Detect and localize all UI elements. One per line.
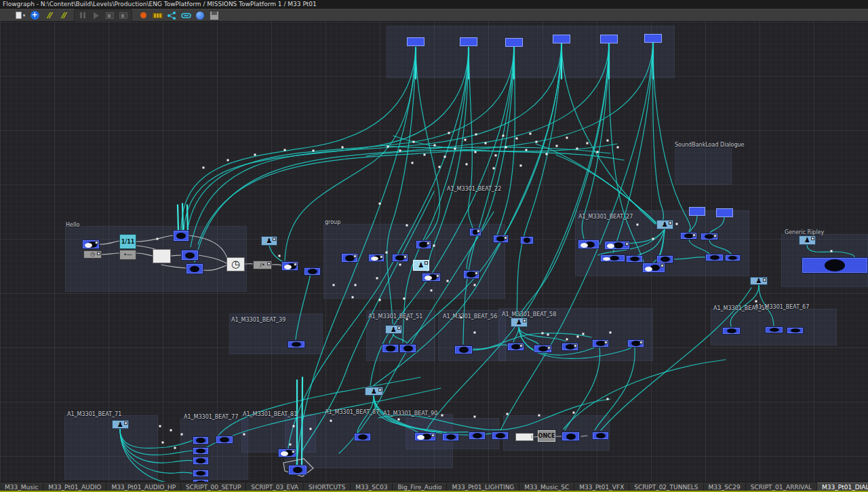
node-bubble[interactable] xyxy=(492,432,509,440)
node-bubble[interactable] xyxy=(173,230,189,242)
node-bubble[interactable] xyxy=(216,436,233,444)
save-button[interactable] xyxy=(209,10,220,20)
node-bubble[interactable] xyxy=(181,250,199,261)
node-bubble[interactable] xyxy=(725,254,741,261)
node-plain[interactable] xyxy=(505,38,523,47)
node-bubble[interactable] xyxy=(627,339,644,347)
node-bubble[interactable] xyxy=(186,263,203,274)
node-bubble2[interactable] xyxy=(642,263,665,273)
node-bubble[interactable] xyxy=(392,254,408,262)
node-bubble[interactable] xyxy=(193,470,209,477)
record-button[interactable] xyxy=(138,10,149,20)
node-bubble[interactable] xyxy=(680,232,697,240)
node-bubble[interactable] xyxy=(469,432,486,440)
node-plain[interactable] xyxy=(716,208,733,217)
node-actor[interactable]: ♟ xyxy=(112,420,129,429)
node-actor[interactable]: ♟ xyxy=(261,236,277,246)
node-bubble[interactable] xyxy=(193,447,209,455)
node-bubble[interactable] xyxy=(463,270,479,279)
node-plain[interactable] xyxy=(600,35,618,43)
node-bubble2[interactable] xyxy=(278,449,296,457)
node-bubble[interactable] xyxy=(592,339,609,347)
node-bubble[interactable] xyxy=(341,253,358,263)
node-bubble[interactable] xyxy=(705,254,724,261)
node-bubble[interactable] xyxy=(507,343,524,351)
world-button[interactable] xyxy=(195,10,205,20)
node-bubble2[interactable] xyxy=(422,273,441,282)
node-bubble[interactable] xyxy=(193,457,209,465)
node-bubble[interactable] xyxy=(304,267,321,276)
share-graph-button[interactable] xyxy=(166,10,177,20)
ruler-button[interactable] xyxy=(152,10,163,20)
node-actor[interactable]: ♟ xyxy=(385,325,402,334)
group-panel[interactable] xyxy=(387,26,675,78)
speech-bubble-icon xyxy=(196,438,205,443)
group-panel[interactable] xyxy=(64,415,158,480)
node-bubble2[interactable] xyxy=(578,240,599,249)
node-bubble[interactable] xyxy=(382,344,399,353)
node-actor[interactable]: ♟ xyxy=(656,220,673,229)
speech-bubble-icon xyxy=(473,433,482,438)
node-bubble[interactable] xyxy=(561,432,580,441)
node-plain[interactable] xyxy=(689,207,705,216)
step-into-button[interactable] xyxy=(104,10,115,20)
group-panel[interactable] xyxy=(675,147,732,185)
node-bubble2[interactable] xyxy=(281,261,298,271)
node-bubble[interactable] xyxy=(399,344,416,353)
node-plain[interactable] xyxy=(553,35,570,43)
node-bubble[interactable] xyxy=(787,327,804,334)
comment-button[interactable]: // xyxy=(43,10,54,20)
node-bubble2[interactable] xyxy=(600,254,625,262)
play-icon xyxy=(94,12,99,19)
node-bubble2[interactable] xyxy=(368,254,384,262)
node-fraction[interactable]: 1/11 xyxy=(119,234,136,249)
node-bubble[interactable] xyxy=(722,327,741,335)
node-clock[interactable]: ◷ xyxy=(226,257,245,271)
node-bubble[interactable] xyxy=(454,345,473,354)
node-bubble[interactable] xyxy=(469,228,481,236)
node-actor[interactable]: ♟ xyxy=(365,387,383,396)
pause-button[interactable] xyxy=(77,10,88,20)
node-grayclock[interactable]: ◷ xyxy=(83,250,102,259)
node-bubble2[interactable] xyxy=(414,432,436,441)
node-actor[interactable]: ♟ xyxy=(511,318,528,327)
node-actor[interactable]: ♟ xyxy=(750,277,768,285)
node-grayline[interactable]: ∕• xyxy=(253,261,272,269)
add-node-button[interactable]: + xyxy=(29,10,40,20)
group-panel[interactable] xyxy=(180,419,248,480)
node-plain[interactable] xyxy=(407,37,425,46)
node-once[interactable]: ONCE xyxy=(538,430,555,442)
node-bubble2[interactable] xyxy=(604,241,630,250)
link-button[interactable] xyxy=(180,10,191,20)
node-bubble[interactable] xyxy=(416,240,431,249)
node-actorsel[interactable]: ♟ xyxy=(413,260,429,271)
node-actor[interactable]: ♟ xyxy=(799,235,816,245)
node-bubble[interactable] xyxy=(626,255,643,263)
node-bubble[interactable] xyxy=(288,465,307,475)
new-graph-button[interactable]: ▾ xyxy=(15,10,26,20)
node-bubble[interactable] xyxy=(354,433,371,441)
node-bubble[interactable] xyxy=(493,235,509,243)
node-graydot[interactable]: •— xyxy=(119,250,136,260)
node-bubble[interactable] xyxy=(193,436,209,444)
node-bigbubble[interactable] xyxy=(802,257,868,273)
node-whiteI[interactable]: I xyxy=(515,433,534,441)
node-plain[interactable] xyxy=(460,37,477,46)
play-button[interactable] xyxy=(91,10,102,20)
node-bubble[interactable] xyxy=(765,326,783,333)
node-bubble[interactable] xyxy=(288,341,305,348)
node-bubble2[interactable] xyxy=(82,240,100,249)
node-bubble[interactable] xyxy=(534,345,552,353)
node-bubble[interactable] xyxy=(442,433,459,441)
step-out-button[interactable] xyxy=(118,10,129,20)
speech-bubble-icon xyxy=(496,433,505,438)
node-badge xyxy=(574,344,577,347)
node-bubble[interactable] xyxy=(701,233,718,240)
node-bubble[interactable] xyxy=(520,236,534,244)
node-white[interactable] xyxy=(153,249,171,263)
comment-group-button[interactable]: // xyxy=(58,10,68,20)
node-bubble[interactable] xyxy=(592,432,609,440)
node-bubble[interactable] xyxy=(561,343,578,351)
node-badge xyxy=(267,262,271,265)
node-plain[interactable] xyxy=(644,34,662,43)
